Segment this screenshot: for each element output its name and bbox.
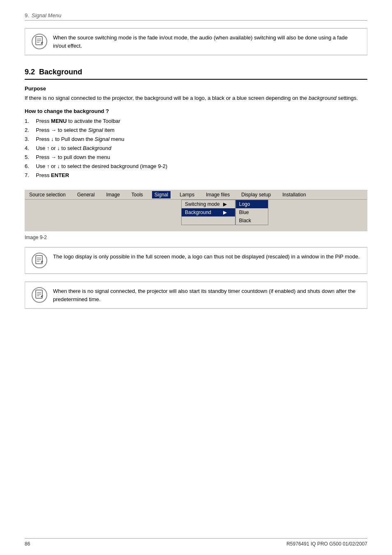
section-title: 9.2 Background (25, 68, 367, 80)
menu-item-signal: Signal (152, 191, 171, 198)
note-icon-2 (32, 253, 47, 268)
note-box-3: When there is no signal connected, the p… (25, 281, 367, 309)
note-box-1: When the source switching mode is the fa… (25, 28, 367, 55)
note-text-2: The logo display is only possible in the… (53, 253, 360, 261)
menu-item-general: General (75, 191, 97, 198)
chapter-number: 9. (25, 12, 29, 18)
step-7: 7. Press ENTER (25, 171, 367, 180)
section-number: 9.2 (25, 68, 35, 76)
steps-list: 1. Press MENU to activate the Toolbar 2.… (25, 117, 367, 180)
image-caption: Image 9-2 (25, 235, 367, 240)
howto-heading: How to change the background ? (25, 108, 367, 114)
submenu-blue: Blue (236, 208, 268, 216)
menu-item-imagefiles: Image files (203, 191, 232, 198)
menu-item-displaysetup: Display setup (239, 191, 273, 198)
purpose-heading: Purpose (25, 85, 367, 92)
menu-item-image: Image (104, 191, 122, 198)
step-6: 6. Use ↑ or ↓ to select the desired back… (25, 162, 367, 171)
background-submenu: Logo Blue Black (235, 200, 268, 225)
note-text-3: When there is no signal connected, the p… (53, 287, 360, 303)
purpose-text: If there is no signal connected to the p… (25, 94, 367, 102)
step-4: 4. Use ↑ or ↓ to select Background (25, 144, 367, 153)
menu-item-source: Source selection (27, 191, 68, 198)
menu-dropdowns: Switching mode ▶ Background ▶ Logo Blue … (25, 200, 367, 228)
menu-item-tools: Tools (129, 191, 145, 198)
signal-dropdown: Switching mode ▶ Background ▶ (181, 200, 235, 225)
note-box-2: The logo display is only possible in the… (25, 247, 367, 274)
footer-rule (25, 538, 367, 539)
step-2: 2. Press → to select the Signal item (25, 126, 367, 135)
chapter-title: Signal Menu (32, 12, 61, 18)
step-3: 3. Press ↓ to Pull down the Signal menu (25, 135, 367, 144)
step-5: 5. Press → to pull down the menu (25, 153, 367, 162)
chapter-header: 9. Signal Menu (25, 12, 367, 21)
menu-item-installation: Installation (280, 191, 308, 198)
footer: 86 R5976491 IQ PRO G500 01/02/2007 (25, 541, 367, 547)
note-icon-3 (32, 287, 47, 303)
menu-item-lamps: Lamps (177, 191, 197, 198)
switching-mode-item: Switching mode ▶ (182, 200, 235, 208)
section-name: Background (39, 68, 82, 76)
background-item: Background ▶ (182, 208, 235, 216)
note-icon-1 (32, 34, 47, 49)
step-1: 1. Press MENU to activate the Toolbar (25, 117, 367, 126)
note-text-1: When the source switching mode is the fa… (53, 34, 360, 50)
menu-bar: Source selection General Image Tools Sig… (25, 190, 367, 200)
submenu-logo: Logo (236, 200, 268, 208)
doc-info: R5976491 IQ PRO G500 01/02/2007 (286, 541, 367, 547)
submenu-black: Black (236, 216, 268, 225)
page-number: 86 (25, 541, 30, 547)
menu-screenshot: Source selection General Image Tools Sig… (25, 190, 367, 231)
